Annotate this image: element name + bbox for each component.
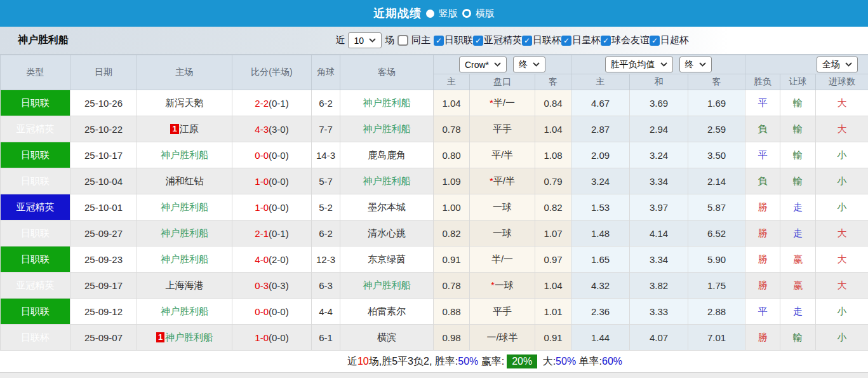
league-filter-label[interactable]: 日联杯 bbox=[533, 34, 561, 46]
league-filter[interactable]: ✓日皇杯 bbox=[561, 34, 601, 46]
corner-score: 5-2 bbox=[312, 194, 340, 220]
avg-win: 1.44 bbox=[571, 325, 630, 351]
league-filter[interactable]: ✓日职联 bbox=[434, 34, 473, 46]
league-filter-label[interactable]: 日职联 bbox=[444, 34, 473, 46]
league-filter[interactable]: ✓亚冠精英 bbox=[473, 34, 522, 46]
odds-home: 1.00 bbox=[434, 194, 470, 220]
odds-away: 1.04 bbox=[535, 116, 571, 142]
avg-source-select[interactable]: 胜平负均值 bbox=[605, 57, 673, 72]
avg-win: 4.67 bbox=[571, 90, 630, 116]
result-goals: 大 bbox=[816, 220, 868, 246]
fulltime-score: 0-0 bbox=[255, 150, 269, 161]
team-name-text: 墨尔本城 bbox=[368, 201, 406, 212]
halftime-score: (0-1) bbox=[269, 228, 289, 239]
odds-away: 1.07 bbox=[535, 220, 571, 246]
league-filter[interactable]: ✓日联杯 bbox=[522, 34, 561, 46]
checkbox-checked-icon[interactable]: ✓ bbox=[601, 36, 611, 46]
league-badge: 日职联 bbox=[1, 168, 70, 194]
odds-home: 0.82 bbox=[434, 220, 470, 246]
handicap: 平手 bbox=[470, 299, 535, 325]
corner-score: 14-3 bbox=[312, 142, 340, 168]
team-name-text: 江原 bbox=[180, 123, 199, 134]
near-label: 近 bbox=[335, 34, 345, 46]
avg-draw: 3.24 bbox=[630, 142, 688, 168]
bottom-strip bbox=[0, 372, 868, 378]
result-wdl: 平 bbox=[745, 299, 780, 325]
odds-home: 0.88 bbox=[434, 299, 470, 325]
league-filter-label[interactable]: 亚冠精英 bbox=[484, 34, 522, 46]
match-date: 25-09-27 bbox=[70, 220, 137, 246]
league-filter-label[interactable]: 日皇杯 bbox=[572, 34, 601, 46]
same-home-checkbox-unchecked[interactable] bbox=[397, 35, 408, 46]
radio-horizontal-icon[interactable] bbox=[462, 9, 471, 18]
checkbox-checked-icon[interactable]: ✓ bbox=[650, 36, 660, 46]
away-team: 清水心跳 bbox=[340, 220, 434, 246]
result-goals: 大 bbox=[816, 273, 868, 299]
table-row: 日联杯 25-09-07 1神户胜利船 1-0(0-0) 6-1 横滨 0.98… bbox=[1, 325, 868, 351]
league-badge: 亚冠精英 bbox=[1, 273, 70, 299]
team-name-text: 神户胜利船 bbox=[363, 280, 411, 290]
team-name-text: 神户胜利船 bbox=[165, 332, 213, 342]
corner-score: 6-1 bbox=[312, 325, 340, 351]
result-group-header: 全场 bbox=[745, 55, 868, 74]
team-name-text: 神户胜利船 bbox=[363, 123, 411, 134]
chevron-down-icon bbox=[699, 62, 706, 67]
league-filter[interactable]: ✓日超杯 bbox=[650, 34, 689, 46]
column-header-score: 比分(半场) bbox=[232, 55, 312, 90]
subheader-avg-lose: 客 bbox=[688, 74, 745, 90]
away-team: 柏雷素尔 bbox=[340, 299, 434, 325]
odds-home: 0.98 bbox=[434, 325, 470, 351]
same-home-label[interactable]: 同主 bbox=[411, 34, 431, 46]
score-cell: 4-3(3-0) bbox=[232, 116, 312, 142]
avg-draw: 3.82 bbox=[630, 273, 688, 299]
avg-lose: 5.90 bbox=[688, 246, 745, 273]
avg-win: 4.32 bbox=[571, 273, 630, 299]
match-date: 25-09-07 bbox=[70, 325, 137, 351]
avg-lose: 3.50 bbox=[688, 142, 745, 168]
match-date: 25-09-23 bbox=[70, 246, 137, 273]
odds-period-select[interactable]: 终 bbox=[513, 57, 545, 72]
league-filters: ✓日职联✓亚冠精英✓日联杯✓日皇杯✓球会友谊✓日超杯 bbox=[434, 34, 689, 46]
subheader-avg-win: 主 bbox=[571, 74, 630, 90]
match-count-select[interactable]: 10 bbox=[348, 32, 382, 48]
subheader-odds-home: 主 bbox=[434, 74, 470, 90]
home-team: 神户胜利船 bbox=[137, 246, 232, 273]
summary-text: 大: bbox=[540, 355, 556, 368]
league-badge: 日联杯 bbox=[1, 325, 70, 351]
avg-period-select[interactable]: 终 bbox=[679, 57, 712, 72]
odds-source-select[interactable]: Crow* bbox=[459, 57, 507, 72]
avg-lose: 6.52 bbox=[688, 220, 745, 246]
checkbox-checked-icon[interactable]: ✓ bbox=[561, 36, 571, 46]
handicap: 平/半 bbox=[470, 142, 535, 168]
team-name-text: 浦和红钻 bbox=[166, 175, 204, 186]
avg-draw: 4.07 bbox=[630, 325, 688, 351]
checkbox-checked-icon[interactable]: ✓ bbox=[434, 36, 444, 46]
league-badge: 日职联 bbox=[1, 220, 70, 246]
team-name-text: 清水心跳 bbox=[368, 227, 406, 238]
radio-vertical-label[interactable]: 竖版 bbox=[439, 8, 458, 20]
league-filter-label[interactable]: 日超杯 bbox=[660, 34, 689, 46]
avg-lose: 5.87 bbox=[688, 194, 745, 220]
odds-away: 1.08 bbox=[535, 142, 571, 168]
checkbox-checked-icon[interactable]: ✓ bbox=[473, 36, 483, 46]
home-team: 1神户胜利船 bbox=[137, 325, 232, 351]
result-handicap: 走 bbox=[780, 194, 816, 220]
radio-vertical-selected-icon[interactable] bbox=[426, 10, 434, 18]
away-team: 横滨 bbox=[340, 325, 434, 351]
avg-lose: 2.59 bbox=[688, 116, 745, 142]
filter-bar: 神户胜利船 近 10 场 同主 ✓日职联✓亚冠精英✓日联杯✓日皇杯✓球会友谊✓日… bbox=[0, 27, 868, 55]
team-name-text: 东京绿茵 bbox=[368, 253, 406, 264]
corner-score: 5-7 bbox=[312, 168, 340, 194]
league-filter-label[interactable]: 球会友谊 bbox=[611, 34, 650, 46]
league-filter[interactable]: ✓球会友谊 bbox=[601, 34, 650, 46]
radio-horizontal-label[interactable]: 横版 bbox=[476, 8, 495, 20]
result-goals: 小 bbox=[816, 168, 868, 194]
column-header-corner: 角球 bbox=[312, 55, 340, 90]
team-name-text: 神户胜利船 bbox=[363, 97, 411, 108]
chevron-down-icon bbox=[369, 38, 376, 43]
scope-select[interactable]: 全场 bbox=[817, 57, 858, 72]
checkbox-checked-icon[interactable]: ✓ bbox=[522, 36, 532, 46]
team-name: 神户胜利船 bbox=[18, 34, 69, 47]
summary-text: 50% bbox=[458, 356, 478, 367]
avg-lose: 1.75 bbox=[688, 273, 745, 299]
